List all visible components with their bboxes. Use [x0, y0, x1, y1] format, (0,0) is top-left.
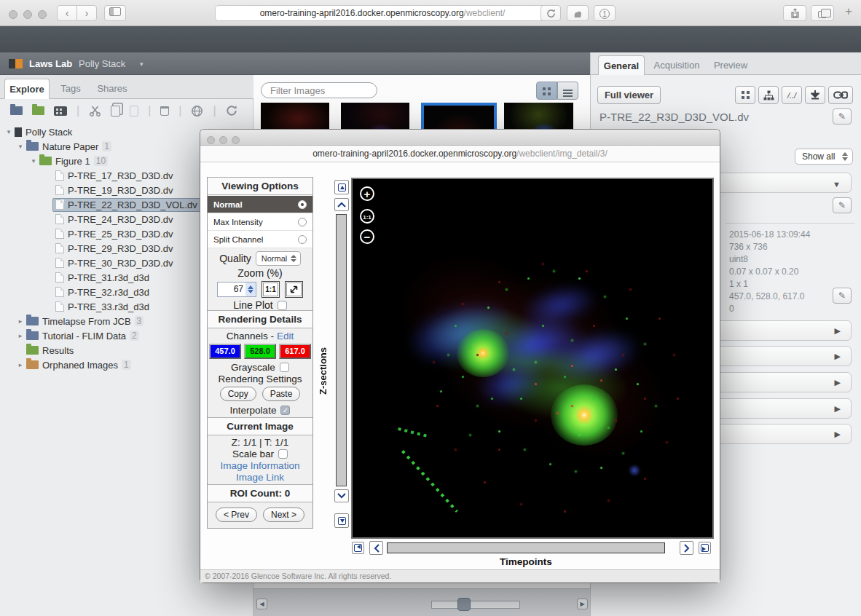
z-up-button[interactable]: [334, 198, 349, 211]
tab-overview-button[interactable]: [811, 5, 834, 21]
close-window-icon[interactable]: [9, 10, 17, 19]
popup-titlebar[interactable]: [200, 130, 720, 146]
thumbnails-view-button[interactable]: [735, 86, 755, 104]
copy-icon[interactable]: [111, 106, 120, 117]
tab-tags[interactable]: Tags: [54, 79, 87, 99]
collapse-icon[interactable]: ▾: [16, 143, 25, 150]
publish-globe-icon[interactable]: [191, 105, 203, 117]
address-bar[interactable]: omero-training-april2016.docker.openmicr…: [215, 5, 550, 21]
radio-icon[interactable]: [298, 235, 307, 244]
image-canvas[interactable]: + 1:1 −: [351, 178, 714, 539]
thumbnail-size-handle[interactable]: [457, 598, 471, 611]
path-button[interactable]: /../: [782, 86, 802, 104]
minimize-window-icon[interactable]: [23, 10, 32, 19]
z-last-button[interactable]: [334, 513, 349, 528]
share-button[interactable]: [783, 5, 806, 21]
full-viewer-button[interactable]: Full viewer: [597, 86, 661, 104]
image-information-link[interactable]: Image Information: [208, 460, 312, 471]
quality-select[interactable]: Normal: [256, 251, 301, 266]
link-button[interactable]: [828, 86, 853, 104]
z-down-button[interactable]: [334, 489, 349, 502]
tab-shares[interactable]: Shares: [92, 79, 133, 99]
channel-457-button[interactable]: 457.0: [209, 344, 241, 359]
t-prev-button[interactable]: [369, 541, 383, 555]
prev-button[interactable]: < Prev: [216, 508, 257, 522]
channel-617-button[interactable]: 617.0: [279, 344, 311, 359]
popup-zoom-icon[interactable]: [232, 136, 240, 144]
group-chevron-icon[interactable]: ▾: [140, 60, 144, 68]
channel-528-button[interactable]: 528.0: [244, 344, 276, 359]
t-first-button[interactable]: [352, 542, 364, 554]
mode-split-channel[interactable]: Split Channel: [208, 231, 312, 248]
t-next-button[interactable]: [680, 541, 693, 555]
popup-minimize-icon[interactable]: [219, 136, 227, 144]
image-viewer-window[interactable]: omero-training-april2016.docker.openmicr…: [200, 130, 720, 583]
popup-address-bar[interactable]: omero-training-april2016.docker.openmicr…: [200, 146, 720, 162]
expand-icon[interactable]: ▸: [16, 317, 25, 325]
scale-bar-checkbox[interactable]: [278, 449, 288, 459]
new-dataset-folder-icon[interactable]: [32, 106, 44, 115]
scroll-left-button[interactable]: ◀: [256, 599, 267, 609]
zoom-fit-button[interactable]: [285, 281, 303, 298]
popup-close-icon[interactable]: [207, 136, 215, 144]
import-image-icon[interactable]: [54, 106, 67, 116]
delete-trash-icon[interactable]: [160, 106, 169, 116]
list-view-button[interactable]: [557, 82, 578, 100]
timepoints-slider[interactable]: [387, 542, 665, 553]
mode-max-intensity[interactable]: Max Intensity: [208, 213, 312, 231]
edit-channels-button[interactable]: ✎: [833, 288, 852, 304]
scroll-right-button[interactable]: ▶: [577, 599, 588, 609]
mode-normal[interactable]: Normal: [208, 196, 312, 213]
expand-icon[interactable]: ▸: [16, 361, 25, 368]
edit-name-button[interactable]: ✎: [833, 108, 852, 125]
paste-settings-button[interactable]: Paste: [262, 387, 301, 401]
spinner-arrows-icon[interactable]: [245, 283, 256, 296]
expand-icon[interactable]: ▸: [16, 332, 25, 339]
collapse-icon[interactable]: ▾: [4, 128, 13, 135]
tab-general[interactable]: General: [598, 55, 645, 75]
z-slider[interactable]: [336, 214, 347, 486]
forward-button[interactable]: ›: [76, 5, 97, 21]
window-controls[interactable]: [9, 9, 52, 22]
thumbnail-size-slider[interactable]: [431, 601, 520, 609]
zoom-spinner[interactable]: [217, 282, 256, 297]
refresh-icon[interactable]: [226, 105, 237, 117]
onepassword-extension-button[interactable]: 1: [594, 5, 616, 21]
zoom-value-input[interactable]: [218, 283, 245, 296]
filter-images-input[interactable]: [261, 82, 377, 98]
next-button[interactable]: Next >: [263, 508, 304, 522]
back-button[interactable]: ‹: [57, 5, 77, 21]
line-plot-checkbox[interactable]: [278, 301, 287, 310]
grid-view-button[interactable]: [536, 82, 557, 100]
zoom-one-to-one-button[interactable]: 1:1: [262, 281, 280, 298]
t-last-button[interactable]: [699, 542, 711, 554]
hierarchy-button[interactable]: [758, 86, 779, 104]
collapse-icon[interactable]: ▾: [29, 157, 38, 165]
new-tab-button[interactable]: +: [845, 4, 852, 19]
tab-preview[interactable]: Preview: [709, 55, 752, 75]
tab-acquisition[interactable]: Acquisition: [649, 55, 704, 75]
cut-icon[interactable]: [89, 105, 101, 117]
zoom-one-to-one-overlay-button[interactable]: 1:1: [360, 209, 374, 224]
z-first-button[interactable]: [334, 180, 349, 194]
radio-icon[interactable]: [298, 218, 307, 226]
download-button[interactable]: [805, 86, 825, 104]
grayscale-checkbox[interactable]: [280, 363, 289, 372]
zoom-window-icon[interactable]: [38, 10, 47, 19]
radio-icon[interactable]: [298, 200, 307, 209]
new-project-folder-icon[interactable]: [10, 106, 23, 115]
evernote-extension-button[interactable]: [567, 5, 589, 21]
tab-explore[interactable]: Explore: [4, 79, 50, 99]
show-all-select[interactable]: Show all: [795, 149, 853, 165]
sidebar-toggle-button[interactable]: [104, 5, 126, 21]
reload-button[interactable]: [540, 5, 561, 21]
interpolate-checkbox[interactable]: ✓: [280, 406, 290, 415]
image-link-link[interactable]: Image Link: [208, 472, 312, 483]
edit-channels-button-top[interactable]: ✎: [833, 197, 852, 213]
copy-settings-button[interactable]: Copy: [220, 387, 256, 401]
channels-edit-link[interactable]: Edit: [277, 331, 294, 341]
zoom-out-button[interactable]: −: [360, 229, 374, 244]
group-owner[interactable]: Polly Stack: [79, 58, 125, 69]
zoom-in-button[interactable]: +: [360, 186, 374, 201]
group-name[interactable]: Laws Lab: [29, 58, 72, 69]
